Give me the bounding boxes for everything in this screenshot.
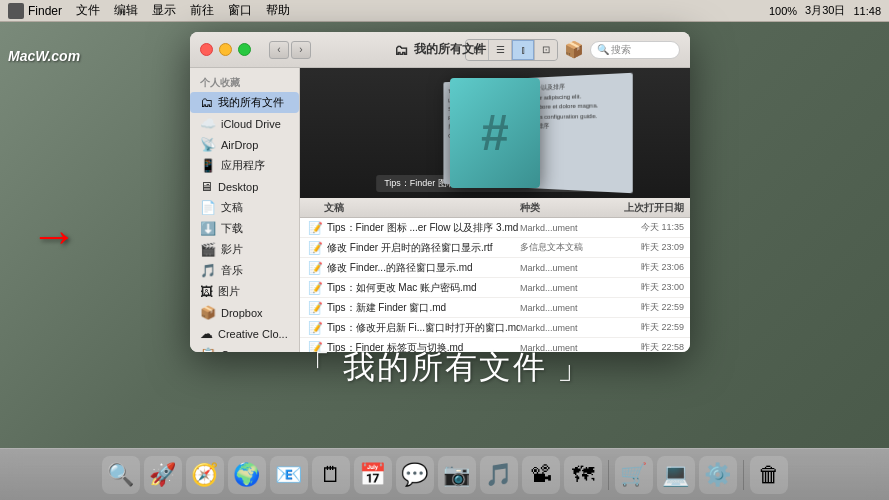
dock-item-appstore[interactable]: 🛒 (615, 456, 653, 494)
sidebar-item-label: 影片 (221, 242, 243, 257)
dock-item-prefs[interactable]: ⚙️ (699, 456, 737, 494)
dock-item-video[interactable]: 📽 (522, 456, 560, 494)
file-name: 📝 Tips：Finder 图标 ...er Flow 以及排序 3.md (300, 221, 520, 235)
finder-body: 个人收藏 🗂 我的所有文件 ☁️ iCloud Drive 📡 AirDrop … (190, 68, 690, 352)
sidebar-item-movies[interactable]: 🎬 影片 (190, 239, 299, 260)
menu-file[interactable]: 文件 (76, 2, 100, 19)
file-icon: 📝 (308, 261, 323, 275)
sidebar-item-dropbox[interactable]: 📦 Dropbox (190, 302, 299, 323)
bottom-label: 「 我的所有文件 」 (0, 346, 889, 390)
titlebar-center: 🗂 我的所有文件 (394, 41, 486, 58)
sidebar-item-icloud[interactable]: ☁️ iCloud Drive (190, 113, 299, 134)
sidebar-item-downloads[interactable]: ⬇️ 下载 (190, 218, 299, 239)
table-row[interactable]: 📝 修改 Finder 开启时的路径窗口显示.rtf 多信息文本文稿 昨天 23… (300, 238, 690, 258)
sidebar-section-label: 个人收藏 (190, 74, 299, 92)
sidebar-item-music[interactable]: 🎵 音乐 (190, 260, 299, 281)
traffic-lights (200, 43, 251, 56)
forward-button[interactable]: › (291, 41, 311, 59)
dock-item-trash[interactable]: 🗑 (750, 456, 788, 494)
sidebar-item-all-files[interactable]: 🗂 我的所有文件 (190, 92, 299, 113)
file-type: Markd...ument (520, 303, 600, 313)
dock-item-messages[interactable]: 💬 (396, 456, 434, 494)
header-type[interactable]: 种类 (520, 201, 600, 215)
dock-item-chrome[interactable]: 🌍 (228, 456, 266, 494)
dock-item-safari[interactable]: 🧭 (186, 456, 224, 494)
sidebar-item-label: AirDrop (221, 139, 258, 151)
coverflow-view-btn[interactable]: ⊡ (535, 40, 557, 60)
sidebar-item-docs[interactable]: 📄 文稿 (190, 197, 299, 218)
menu-view[interactable]: 显示 (152, 2, 176, 19)
column-view-btn[interactable]: ⫿ (512, 40, 534, 60)
sidebar-item-label: 音乐 (221, 263, 243, 278)
dropbox-sidebar-icon: 📦 (200, 305, 216, 320)
table-row[interactable]: 📝 Tips：如何更改 Mac 账户密码.md Markd...ument 昨天… (300, 278, 690, 298)
docs-icon: 📄 (200, 200, 216, 215)
file-date: 昨天 23:09 (600, 241, 690, 254)
header-name[interactable]: 文稿 (300, 201, 520, 215)
file-name: 📝 Tips：新建 Finder 窗口.md (300, 301, 520, 315)
music-icon: 🎵 (200, 263, 216, 278)
dropbox-icon[interactable]: 📦 (564, 40, 584, 59)
finder-titlebar: ‹ › 🗂 我的所有文件 ⊞ ☰ ⫿ ⊡ 📦 🔍 搜索 (190, 32, 690, 68)
table-row[interactable]: 📝 Tips：新建 Finder 窗口.md Markd...ument 昨天 … (300, 298, 690, 318)
menu-go[interactable]: 前往 (190, 2, 214, 19)
menu-edit[interactable]: 编辑 (114, 2, 138, 19)
dock-item-music[interactable]: 🎵 (480, 456, 518, 494)
list-view-btn[interactable]: ☰ (489, 40, 511, 60)
dock-item-notes[interactable]: 🗒 (312, 456, 350, 494)
file-icon: 📝 (308, 221, 323, 235)
file-date: 今天 11:35 (600, 221, 690, 234)
file-date: 昨天 22:59 (600, 321, 690, 334)
menu-date: 3月30日 (805, 3, 845, 18)
icloud-icon: ☁️ (200, 116, 216, 131)
search-box[interactable]: 🔍 搜索 (590, 41, 680, 59)
file-rows-container: 📝 Tips：Finder 图标 ...er Flow 以及排序 3.md Ma… (300, 218, 690, 352)
file-name: 📝 Tips：如何更改 Mac 账户密码.md (300, 281, 520, 295)
menubar-right: 100% 3月30日 11:48 (769, 3, 881, 18)
file-type: Markd...ument (520, 263, 600, 273)
table-row[interactable]: 📝 Tips：修改开启新 Fi...窗口时打开的窗口.md Markd...um… (300, 318, 690, 338)
file-icon: 📝 (308, 301, 323, 315)
app-name: Finder (28, 4, 62, 18)
menu-help[interactable]: 帮助 (266, 2, 290, 19)
dock-item-terminal[interactable]: 💻 (657, 456, 695, 494)
arrow-indicator: → (30, 208, 78, 263)
dock-item-mail[interactable]: 📧 (270, 456, 308, 494)
desktop: MacW.com → ‹ › 🗂 我的所有文件 ⊞ ☰ (0, 22, 889, 448)
dock-item-photos[interactable]: 📷 (438, 456, 476, 494)
minimize-button[interactable] (219, 43, 232, 56)
file-type: Markd...ument (520, 223, 600, 233)
hash-symbol: # (481, 104, 509, 162)
menu-window[interactable]: 窗口 (228, 2, 252, 19)
dock-item-launchpad[interactable]: 🚀 (144, 456, 182, 494)
table-row[interactable]: 📝 修改 Finder...的路径窗口显示.md Markd...ument 昨… (300, 258, 690, 278)
sidebar-item-apps[interactable]: 📱 应用程序 (190, 155, 299, 176)
app-logo: Finder (8, 3, 62, 19)
maximize-button[interactable] (238, 43, 251, 56)
menu-time: 11:48 (853, 5, 881, 17)
header-date[interactable]: 上次打开日期 (600, 201, 690, 215)
sidebar-item-photos[interactable]: 🖼 图片 (190, 281, 299, 302)
window-title: 我的所有文件 (414, 41, 486, 58)
table-row[interactable]: 📝 Tips：Finder 图标 ...er Flow 以及排序 3.md Ma… (300, 218, 690, 238)
back-button[interactable]: ‹ (269, 41, 289, 59)
dock-separator-2 (743, 460, 744, 490)
search-placeholder: 搜索 (611, 43, 631, 57)
sidebar: 个人收藏 🗂 我的所有文件 ☁️ iCloud Drive 📡 AirDrop … (190, 68, 300, 352)
dock-item-calendar[interactable]: 📅 (354, 456, 392, 494)
dock-item-maps[interactable]: 🗺 (564, 456, 602, 494)
sidebar-item-desktop[interactable]: 🖥 Desktop (190, 176, 299, 197)
movies-icon: 🎬 (200, 242, 216, 257)
coverflow-center-item[interactable]: # (450, 78, 540, 188)
apps-icon: 📱 (200, 158, 216, 173)
sidebar-item-airdrop[interactable]: 📡 AirDrop (190, 134, 299, 155)
close-button[interactable] (200, 43, 213, 56)
coverflow-area: # Tips: Finder 图标 列表 分栏 Cover Flow 以及排序 … (300, 68, 690, 198)
file-type: Markd...ument (520, 283, 600, 293)
sidebar-item-creative[interactable]: ☁ Creative Clo... (190, 323, 299, 344)
dock-item-finder[interactable]: 🔍 (102, 456, 140, 494)
file-date: 昨天 23:06 (600, 261, 690, 274)
file-type: 多信息文本文稿 (520, 241, 600, 254)
sidebar-item-label: Desktop (218, 181, 258, 193)
search-icon: 🔍 (597, 44, 609, 55)
